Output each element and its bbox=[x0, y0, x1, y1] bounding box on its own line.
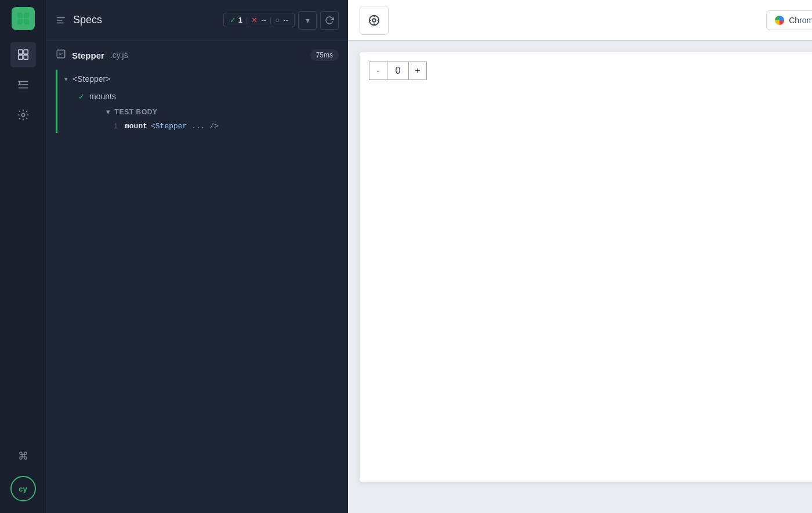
stepper-minus-button[interactable]: - bbox=[369, 62, 387, 80]
test-body-chevron: ▾ bbox=[106, 108, 110, 116]
keyboard-shortcut-icon[interactable]: ⌘ bbox=[10, 443, 36, 469]
file-ext: .cy.js bbox=[110, 50, 128, 60]
file-name: Stepper bbox=[72, 50, 104, 60]
sidebar-icon-tests[interactable] bbox=[10, 72, 36, 97]
right-panel: Chrome 102 ▾ 500x500 ▾ - 0 + bbox=[348, 0, 812, 513]
separator2: | bbox=[270, 16, 271, 24]
loading-icon: ○ bbox=[275, 16, 280, 24]
chevron-icon: ▾ bbox=[64, 75, 68, 83]
specs-title: Specs bbox=[73, 14, 102, 26]
code-tag: <Stepper bbox=[151, 122, 187, 131]
svg-rect-1 bbox=[24, 13, 29, 18]
preview-toolbar: Chrome 102 ▾ 500x500 ▾ bbox=[348, 0, 812, 41]
tree-item-mounts[interactable]: ✓ mounts bbox=[71, 88, 348, 104]
svg-rect-2 bbox=[17, 19, 23, 24]
separator: | bbox=[246, 16, 248, 24]
stepper-value: 0 bbox=[387, 62, 408, 80]
file-icon bbox=[56, 49, 66, 62]
target-button[interactable] bbox=[360, 6, 389, 35]
test-tree: ▾ <Stepper> ✓ mounts ▾ TEST BODY 1 bbox=[56, 70, 348, 133]
check-icon: ✓ bbox=[230, 16, 236, 24]
loading-count: -- bbox=[283, 16, 288, 24]
code-keyword: mount bbox=[125, 122, 147, 131]
code-line-1: 1 mount <Stepper ... /> bbox=[85, 120, 348, 133]
logo[interactable] bbox=[12, 7, 35, 30]
refresh-button[interactable] bbox=[320, 11, 339, 30]
code-rest: ... /> bbox=[187, 122, 219, 131]
cross-icon: ✕ bbox=[251, 16, 258, 24]
svg-point-11 bbox=[21, 113, 25, 117]
test-label-mounts: mounts bbox=[89, 92, 116, 101]
test-body-header: ▾ TEST BODY bbox=[85, 104, 348, 120]
svg-rect-3 bbox=[24, 19, 29, 24]
svg-rect-6 bbox=[18, 55, 22, 59]
specs-nav-icon bbox=[56, 15, 66, 26]
svg-rect-5 bbox=[23, 50, 27, 54]
pass-count: 1 bbox=[238, 16, 242, 24]
sidebar-bottom: ⌘ cy bbox=[10, 443, 36, 506]
dropdown-button[interactable]: ▾ bbox=[298, 11, 317, 30]
svg-point-19 bbox=[372, 19, 376, 22]
browser-name: Chrome 102 bbox=[789, 16, 812, 25]
icon-sidebar: ⌘ cy bbox=[0, 0, 46, 513]
tree-sub: ✓ mounts ▾ TEST BODY 1 mount <Stepper ..… bbox=[57, 88, 348, 133]
line-number: 1 bbox=[106, 122, 118, 131]
main-panel: Specs ✓ 1 | ✕ -- | ○ -- ▾ bbox=[46, 0, 348, 513]
tree-component[interactable]: ▾ <Stepper> bbox=[57, 70, 348, 88]
test-content: Stepper .cy.js 75ms ▾ <Stepper> ✓ mounts… bbox=[46, 41, 348, 513]
top-bar: Specs ✓ 1 | ✕ -- | ○ -- ▾ bbox=[46, 0, 348, 41]
cy-badge[interactable]: cy bbox=[10, 476, 36, 501]
preview-frame: - 0 + bbox=[360, 52, 812, 482]
preview-area: - 0 + bbox=[348, 41, 812, 513]
fail-count: -- bbox=[261, 16, 266, 24]
chrome-icon bbox=[775, 16, 784, 25]
svg-rect-4 bbox=[18, 50, 22, 54]
test-body-section: ▾ TEST BODY 1 mount <Stepper ... /> bbox=[71, 104, 348, 133]
svg-rect-15 bbox=[57, 50, 65, 58]
stepper-component: - 0 + bbox=[369, 62, 812, 80]
component-label: <Stepper> bbox=[72, 74, 110, 84]
status-badge-pass: ✓ 1 | ✕ -- | ○ -- bbox=[223, 13, 295, 27]
sidebar-icon-component[interactable] bbox=[10, 42, 36, 67]
file-header[interactable]: Stepper .cy.js 75ms bbox=[46, 41, 348, 70]
pass-check-icon: ✓ bbox=[78, 92, 85, 101]
status-bar: ✓ 1 | ✕ -- | ○ -- ▾ bbox=[223, 11, 339, 30]
test-body-label: TEST BODY bbox=[115, 108, 158, 116]
file-duration: 75ms bbox=[310, 49, 339, 61]
stepper-plus-button[interactable]: + bbox=[408, 62, 427, 80]
sidebar-nav bbox=[10, 42, 36, 443]
svg-rect-7 bbox=[23, 55, 27, 59]
browser-dropdown[interactable]: Chrome 102 ▾ bbox=[766, 10, 812, 30]
svg-rect-0 bbox=[17, 13, 23, 18]
sidebar-icon-settings[interactable] bbox=[10, 102, 36, 128]
